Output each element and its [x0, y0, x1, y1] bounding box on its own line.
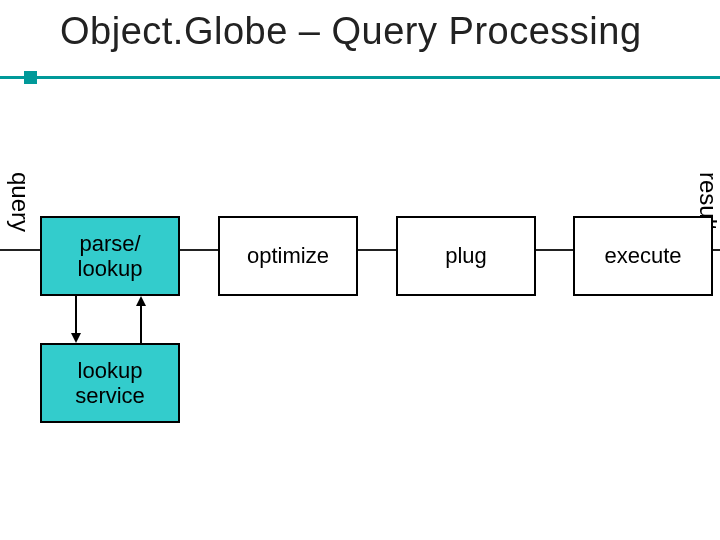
box-execute-label: execute: [604, 243, 681, 268]
arrow-down-shaft: [75, 296, 77, 333]
arrow-up-head-icon: [136, 296, 146, 306]
arrow-down-head-icon: [71, 333, 81, 343]
box-parse-lookup-line2: lookup: [78, 256, 143, 281]
arrow-up-shaft: [140, 306, 142, 343]
title-underline: [0, 76, 720, 79]
box-optimize-label: optimize: [247, 243, 329, 268]
box-execute: execute: [573, 216, 713, 296]
box-parse-lookup: parse/ lookup: [40, 216, 180, 296]
label-query: query: [8, 172, 32, 232]
box-plug-label: plug: [445, 243, 487, 268]
box-lookup-service: lookup service: [40, 343, 180, 423]
box-optimize: optimize: [218, 216, 358, 296]
box-plug: plug: [396, 216, 536, 296]
box-lookup-service-line1: lookup: [78, 358, 143, 383]
box-parse-lookup-line1: parse/: [79, 231, 140, 256]
page-title: Object.Globe – Query Processing: [60, 10, 642, 53]
title-bullet: [24, 71, 37, 84]
box-lookup-service-line2: service: [75, 383, 145, 408]
